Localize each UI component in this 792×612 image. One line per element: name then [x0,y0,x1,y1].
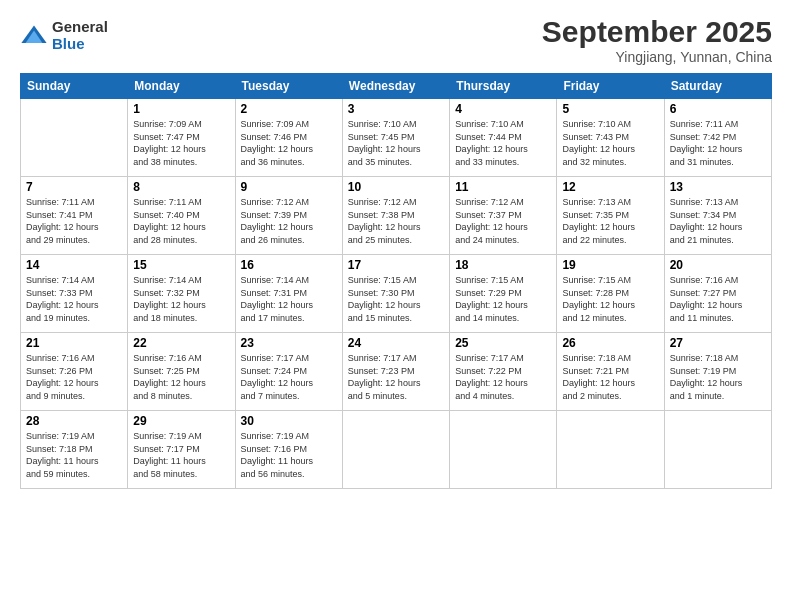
day-info: Sunrise: 7:12 AMSunset: 7:38 PMDaylight:… [348,196,444,246]
day-cell: 7Sunrise: 7:11 AMSunset: 7:41 PMDaylight… [21,177,128,255]
day-cell: 1Sunrise: 7:09 AMSunset: 7:47 PMDaylight… [128,99,235,177]
day-cell [342,411,449,489]
day-info: Sunrise: 7:15 AMSunset: 7:29 PMDaylight:… [455,274,551,324]
day-cell: 17Sunrise: 7:15 AMSunset: 7:30 PMDayligh… [342,255,449,333]
day-cell: 18Sunrise: 7:15 AMSunset: 7:29 PMDayligh… [450,255,557,333]
day-info: Sunrise: 7:11 AMSunset: 7:42 PMDaylight:… [670,118,766,168]
day-info: Sunrise: 7:19 AMSunset: 7:16 PMDaylight:… [241,430,337,480]
day-info: Sunrise: 7:12 AMSunset: 7:37 PMDaylight:… [455,196,551,246]
day-cell: 25Sunrise: 7:17 AMSunset: 7:22 PMDayligh… [450,333,557,411]
day-number: 20 [670,258,766,272]
col-thursday: Thursday [450,74,557,99]
day-cell: 8Sunrise: 7:11 AMSunset: 7:40 PMDaylight… [128,177,235,255]
day-cell: 16Sunrise: 7:14 AMSunset: 7:31 PMDayligh… [235,255,342,333]
col-saturday: Saturday [664,74,771,99]
day-number: 13 [670,180,766,194]
day-info: Sunrise: 7:14 AMSunset: 7:32 PMDaylight:… [133,274,229,324]
day-number: 8 [133,180,229,194]
day-number: 24 [348,336,444,350]
day-cell [450,411,557,489]
day-number: 23 [241,336,337,350]
day-cell: 14Sunrise: 7:14 AMSunset: 7:33 PMDayligh… [21,255,128,333]
day-info: Sunrise: 7:19 AMSunset: 7:17 PMDaylight:… [133,430,229,480]
day-info: Sunrise: 7:15 AMSunset: 7:30 PMDaylight:… [348,274,444,324]
day-number: 30 [241,414,337,428]
day-number: 28 [26,414,122,428]
day-number: 7 [26,180,122,194]
day-cell: 21Sunrise: 7:16 AMSunset: 7:26 PMDayligh… [21,333,128,411]
day-cell [664,411,771,489]
location: Yingjiang, Yunnan, China [542,49,772,65]
day-cell [557,411,664,489]
day-info: Sunrise: 7:10 AMSunset: 7:43 PMDaylight:… [562,118,658,168]
day-info: Sunrise: 7:10 AMSunset: 7:45 PMDaylight:… [348,118,444,168]
day-info: Sunrise: 7:09 AMSunset: 7:47 PMDaylight:… [133,118,229,168]
day-cell: 12Sunrise: 7:13 AMSunset: 7:35 PMDayligh… [557,177,664,255]
day-number: 19 [562,258,658,272]
week-row-2: 7Sunrise: 7:11 AMSunset: 7:41 PMDaylight… [21,177,772,255]
day-number: 10 [348,180,444,194]
day-info: Sunrise: 7:17 AMSunset: 7:23 PMDaylight:… [348,352,444,402]
day-number: 22 [133,336,229,350]
day-number: 14 [26,258,122,272]
day-number: 1 [133,102,229,116]
week-row-3: 14Sunrise: 7:14 AMSunset: 7:33 PMDayligh… [21,255,772,333]
day-number: 11 [455,180,551,194]
day-number: 12 [562,180,658,194]
day-number: 4 [455,102,551,116]
day-info: Sunrise: 7:17 AMSunset: 7:22 PMDaylight:… [455,352,551,402]
logo-blue-text: Blue [52,36,108,53]
calendar-table: Sunday Monday Tuesday Wednesday Thursday… [20,73,772,489]
day-number: 26 [562,336,658,350]
day-info: Sunrise: 7:15 AMSunset: 7:28 PMDaylight:… [562,274,658,324]
day-cell: 22Sunrise: 7:16 AMSunset: 7:25 PMDayligh… [128,333,235,411]
day-info: Sunrise: 7:11 AMSunset: 7:41 PMDaylight:… [26,196,122,246]
week-row-5: 28Sunrise: 7:19 AMSunset: 7:18 PMDayligh… [21,411,772,489]
day-number: 5 [562,102,658,116]
page: General Blue September 2025 Yingjiang, Y… [0,0,792,612]
day-info: Sunrise: 7:16 AMSunset: 7:27 PMDaylight:… [670,274,766,324]
calendar-header-row: Sunday Monday Tuesday Wednesday Thursday… [21,74,772,99]
day-cell: 24Sunrise: 7:17 AMSunset: 7:23 PMDayligh… [342,333,449,411]
col-monday: Monday [128,74,235,99]
month-title: September 2025 [542,15,772,49]
day-info: Sunrise: 7:17 AMSunset: 7:24 PMDaylight:… [241,352,337,402]
col-wednesday: Wednesday [342,74,449,99]
day-number: 18 [455,258,551,272]
logo-icon [20,22,48,50]
day-cell: 26Sunrise: 7:18 AMSunset: 7:21 PMDayligh… [557,333,664,411]
day-info: Sunrise: 7:13 AMSunset: 7:34 PMDaylight:… [670,196,766,246]
day-info: Sunrise: 7:19 AMSunset: 7:18 PMDaylight:… [26,430,122,480]
day-cell [21,99,128,177]
day-number: 27 [670,336,766,350]
day-info: Sunrise: 7:18 AMSunset: 7:21 PMDaylight:… [562,352,658,402]
day-cell: 23Sunrise: 7:17 AMSunset: 7:24 PMDayligh… [235,333,342,411]
day-info: Sunrise: 7:12 AMSunset: 7:39 PMDaylight:… [241,196,337,246]
day-cell: 30Sunrise: 7:19 AMSunset: 7:16 PMDayligh… [235,411,342,489]
day-cell: 13Sunrise: 7:13 AMSunset: 7:34 PMDayligh… [664,177,771,255]
col-tuesday: Tuesday [235,74,342,99]
day-info: Sunrise: 7:16 AMSunset: 7:25 PMDaylight:… [133,352,229,402]
day-number: 25 [455,336,551,350]
day-info: Sunrise: 7:11 AMSunset: 7:40 PMDaylight:… [133,196,229,246]
day-info: Sunrise: 7:13 AMSunset: 7:35 PMDaylight:… [562,196,658,246]
week-row-1: 1Sunrise: 7:09 AMSunset: 7:47 PMDaylight… [21,99,772,177]
header: General Blue September 2025 Yingjiang, Y… [20,15,772,65]
logo: General Blue [20,19,108,52]
day-info: Sunrise: 7:14 AMSunset: 7:31 PMDaylight:… [241,274,337,324]
day-number: 9 [241,180,337,194]
day-info: Sunrise: 7:14 AMSunset: 7:33 PMDaylight:… [26,274,122,324]
logo-general-text: General [52,19,108,36]
day-cell: 6Sunrise: 7:11 AMSunset: 7:42 PMDaylight… [664,99,771,177]
logo-text: General Blue [52,19,108,52]
day-cell: 9Sunrise: 7:12 AMSunset: 7:39 PMDaylight… [235,177,342,255]
day-number: 3 [348,102,444,116]
day-cell: 10Sunrise: 7:12 AMSunset: 7:38 PMDayligh… [342,177,449,255]
day-info: Sunrise: 7:10 AMSunset: 7:44 PMDaylight:… [455,118,551,168]
day-cell: 4Sunrise: 7:10 AMSunset: 7:44 PMDaylight… [450,99,557,177]
day-cell: 19Sunrise: 7:15 AMSunset: 7:28 PMDayligh… [557,255,664,333]
day-info: Sunrise: 7:09 AMSunset: 7:46 PMDaylight:… [241,118,337,168]
week-row-4: 21Sunrise: 7:16 AMSunset: 7:26 PMDayligh… [21,333,772,411]
day-number: 2 [241,102,337,116]
day-cell: 27Sunrise: 7:18 AMSunset: 7:19 PMDayligh… [664,333,771,411]
